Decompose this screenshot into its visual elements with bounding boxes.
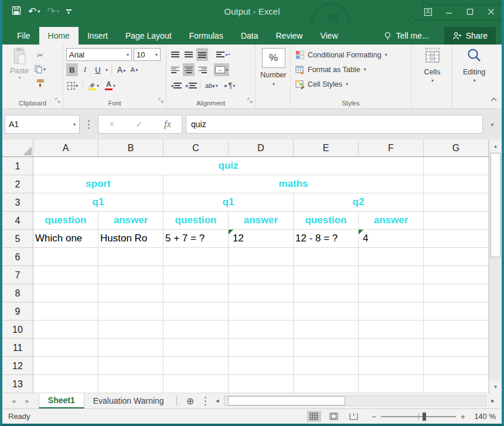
cell-F4[interactable]: answer	[359, 212, 424, 230]
row-header-2[interactable]: 2	[2, 175, 33, 193]
minimize-button[interactable]	[438, 2, 459, 22]
row-header-9[interactable]: 9	[2, 302, 33, 321]
format-painter-button[interactable]	[33, 77, 47, 90]
row-header-11[interactable]: 11	[2, 339, 33, 357]
redo-button[interactable]: ↷▾	[47, 6, 59, 17]
cell-A13[interactable]	[33, 375, 98, 393]
cell-G12[interactable]	[424, 357, 489, 375]
column-header-D[interactable]: D	[229, 139, 294, 156]
horizontal-scrollbar[interactable]: ◄ ►	[213, 393, 497, 408]
select-all-corner[interactable]	[2, 139, 33, 156]
horizontal-scroll-thumb[interactable]	[228, 396, 345, 405]
row-header-8[interactable]: 8	[2, 284, 33, 302]
cell-C8[interactable]	[164, 284, 229, 302]
dropdown-caret[interactable]: ▾	[273, 81, 275, 87]
tab-review[interactable]: Review	[267, 27, 312, 45]
cell-E8[interactable]	[294, 284, 359, 302]
save-icon[interactable]	[12, 6, 21, 18]
cell-A11[interactable]	[33, 339, 98, 357]
underline-button[interactable]: U	[92, 63, 104, 76]
cell-C2[interactable]: maths	[164, 175, 424, 193]
normal-view-button[interactable]	[307, 411, 321, 422]
tab-formulas[interactable]: Formulas	[181, 27, 232, 45]
formula-input[interactable]: quiz	[186, 115, 483, 134]
tell-me-button[interactable]: Tell me...	[383, 31, 429, 40]
scroll-down-icon[interactable]: ▾	[489, 380, 502, 393]
cell-B9[interactable]	[98, 302, 164, 321]
dropdown-caret[interactable]: ▾	[105, 67, 108, 73]
tab-scroll-splitter[interactable]	[205, 400, 206, 402]
column-header-C[interactable]: C	[164, 139, 229, 156]
cell-A5[interactable]: Which one	[33, 230, 98, 248]
dropdown-caret[interactable]: ▾	[43, 67, 46, 72]
column-header-E[interactable]: E	[294, 139, 359, 156]
align-right-button[interactable]	[196, 63, 208, 76]
format-as-table-button[interactable]: Format as Table ▾	[295, 62, 409, 77]
cell-C3[interactable]: q1	[164, 193, 294, 212]
column-header-G[interactable]: G	[424, 139, 489, 156]
cell-E6[interactable]	[294, 248, 359, 266]
cell-C6[interactable]	[164, 248, 229, 266]
scroll-up-icon[interactable]: ▴	[489, 139, 502, 152]
cell-F9[interactable]	[359, 302, 424, 321]
page-layout-view-button[interactable]	[327, 411, 341, 422]
cell-C5[interactable]: 5 + 7 = ?	[164, 230, 229, 248]
row-header-4[interactable]: 4	[2, 212, 33, 230]
zoom-slider-handle[interactable]	[423, 413, 426, 421]
row-header-10[interactable]: 10	[2, 321, 33, 339]
wrap-text-button[interactable]: ↩	[215, 48, 231, 61]
bold-button[interactable]: B	[66, 63, 78, 76]
cell-E13[interactable]	[294, 375, 359, 393]
vertical-scrollbar[interactable]: ▴ ▾	[489, 139, 502, 393]
cell-C11[interactable]	[164, 339, 229, 357]
page-break-preview-button[interactable]	[347, 411, 361, 422]
row-header-1[interactable]: 1	[2, 157, 33, 175]
tab-file[interactable]: File	[8, 27, 39, 45]
share-button[interactable]: Share	[444, 27, 496, 45]
column-header-A[interactable]: A	[33, 139, 98, 156]
cell-G2[interactable]	[424, 175, 489, 193]
cell-E10[interactable]	[294, 321, 359, 339]
cell-A3[interactable]: q1	[33, 193, 164, 212]
tab-view[interactable]: View	[311, 27, 346, 45]
cell-A10[interactable]	[33, 321, 98, 339]
cell-B4[interactable]: answer	[98, 212, 164, 230]
row-header-7[interactable]: 7	[2, 266, 33, 284]
cell-F5[interactable]: 4	[359, 230, 424, 248]
row-header-3[interactable]: 3	[2, 193, 33, 212]
cell-F8[interactable]	[359, 284, 424, 302]
percent-style-button[interactable]: %	[262, 48, 285, 68]
name-box[interactable]: A1 ▾	[5, 115, 80, 134]
cell-D12[interactable]	[229, 357, 294, 375]
row-header-13[interactable]: 13	[2, 375, 33, 393]
increase-indent-button[interactable]: ▸	[185, 79, 196, 92]
clipboard-dialog-launcher[interactable]	[55, 96, 61, 106]
cell-B13[interactable]	[98, 375, 164, 393]
sheet-tab-evaluation-warning[interactable]: Evaluation Warning	[84, 393, 173, 408]
middle-align-button[interactable]	[183, 48, 195, 61]
top-align-button[interactable]	[169, 48, 181, 61]
cell-D9[interactable]	[229, 302, 294, 321]
cell-E7[interactable]	[294, 266, 359, 284]
column-header-F[interactable]: F	[359, 139, 424, 156]
scroll-left-icon[interactable]: ◄	[213, 398, 222, 404]
cell-G3[interactable]	[424, 193, 489, 212]
decrease-indent-button[interactable]: ◂	[169, 79, 181, 92]
cancel-icon[interactable]: ×	[109, 120, 114, 129]
collapse-ribbon-button[interactable]	[491, 93, 497, 104]
cell-styles-button[interactable]: Cell Styles ▾	[295, 77, 409, 91]
zoom-slider[interactable]	[381, 416, 456, 417]
cell-A6[interactable]	[33, 248, 98, 266]
cell-F12[interactable]	[359, 357, 424, 375]
fill-color-button[interactable]: ▾	[87, 79, 100, 92]
cell-A8[interactable]	[33, 284, 98, 302]
cells-button[interactable]	[424, 47, 441, 66]
cell-G7[interactable]	[424, 266, 489, 284]
cell-D13[interactable]	[229, 375, 294, 393]
conditional-formatting-button[interactable]: Conditional Formatting ▾	[295, 47, 409, 62]
cell-B10[interactable]	[98, 321, 164, 339]
borders-button[interactable]: ▾	[66, 79, 79, 92]
maximize-button[interactable]	[459, 2, 481, 22]
vertical-scroll-thumb[interactable]	[491, 153, 500, 257]
dropdown-caret[interactable]: ▾	[431, 78, 434, 83]
